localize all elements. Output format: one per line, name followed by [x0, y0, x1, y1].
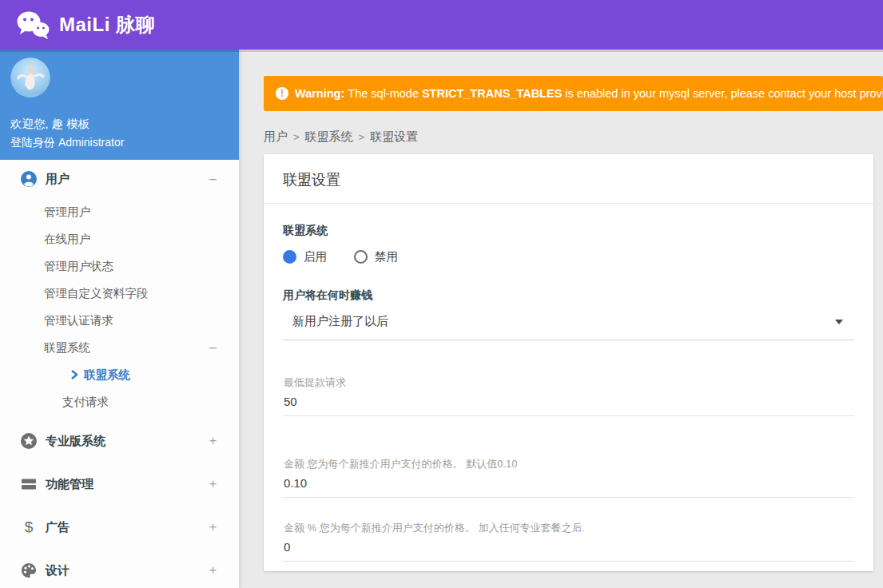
- sidebar-item-online-users[interactable]: 在线用户: [0, 225, 239, 252]
- percent-label: 金额 % 您为每个新推介用户支付的价格。 加入任何专业套餐之后.: [283, 521, 854, 535]
- profile-panel: 欢迎您, 趣 模板 登陆身份 Administrator: [0, 50, 239, 160]
- breadcrumb-item-users[interactable]: 用户: [264, 129, 288, 145]
- amount-label: 金额 您为每个新推介用户支付的价格。 默认值0.10: [283, 457, 854, 471]
- sidebar-item-custom-fields[interactable]: 管理自定义资料字段: [0, 280, 239, 307]
- sidebar-item-label: 在线用户: [44, 232, 90, 247]
- sidebar-item-users[interactable]: 用户 –: [0, 160, 239, 198]
- chevron-right-icon: [70, 370, 78, 379]
- sidebar-item-label: 管理用户: [44, 205, 90, 220]
- settings-card: 联盟设置 联盟系统 启用 禁用 用户将在何时赚钱 新用户注册了以后 最低提款请求: [264, 154, 873, 571]
- main-content: ! Warning: The sql-mode STRICT_TRANS_TAB…: [240, 50, 883, 588]
- sidebar-menu: 用户 – 管理用户 在线用户 管理用户状态 管理自定义资料字段 管理认证请求 联…: [0, 160, 239, 588]
- sidebar-item-payment-requests[interactable]: 支付请求: [0, 388, 239, 415]
- user-icon: [21, 171, 37, 187]
- warning-banner: ! Warning: The sql-mode STRICT_TRANS_TAB…: [264, 76, 883, 111]
- sidebar-item-affiliates-group[interactable]: 联盟系统 –: [0, 334, 239, 361]
- radio-label: 启用: [304, 249, 327, 264]
- warning-text: The sql-mode: [348, 87, 419, 100]
- sidebar-item-label: 功能管理: [46, 477, 93, 492]
- sidebar-item-label: 联盟系统: [44, 340, 90, 356]
- percent-group: 金额 % 您为每个新推介用户支付的价格。 加入任何专业套餐之后.: [283, 521, 854, 562]
- sidebar-item-user-status[interactable]: 管理用户状态: [0, 252, 239, 280]
- sidebar: 欢迎您, 趣 模板 登陆身份 Administrator 用户 – 管理用户 在…: [0, 50, 239, 588]
- sidebar-item-ads[interactable]: $ 广告 +: [0, 506, 239, 549]
- expand-plus-icon[interactable]: +: [209, 477, 217, 491]
- sidebar-item-label: 支付请求: [62, 395, 109, 410]
- sidebar-item-label: 专业版系统: [46, 434, 105, 449]
- radio-label: 禁用: [375, 249, 398, 264]
- role-text: 登陆身份 Administrator: [10, 136, 221, 150]
- sidebar-item-design[interactable]: 设计 +: [0, 549, 239, 588]
- sidebar-item-label: 管理认证请求: [44, 313, 113, 328]
- sidebar-item-label: 广告: [46, 520, 70, 535]
- radio-enabled[interactable]: 启用: [283, 249, 327, 264]
- exclamation-circle-icon: !: [276, 87, 288, 100]
- percent-input[interactable]: [283, 538, 854, 562]
- min-withdrawal-group: 最低提款请求: [283, 375, 854, 416]
- sidebar-item-manage-users[interactable]: 管理用户: [0, 198, 239, 225]
- sidebar-item-features[interactable]: 功能管理 +: [0, 463, 239, 506]
- dollar-icon: $: [21, 519, 37, 535]
- min-withdrawal-label: 最低提款请求: [283, 375, 854, 390]
- card-body: 联盟系统 启用 禁用 用户将在何时赚钱 新用户注册了以后 最低提款请求: [264, 204, 873, 571]
- sidebar-item-label: 用户: [46, 172, 70, 187]
- warning-label: Warning:: [295, 87, 344, 100]
- earn-when-selected-value: 新用户注册了以后: [292, 314, 388, 329]
- sidebar-item-affiliates-settings-active[interactable]: 联盟系统: [0, 361, 239, 388]
- sidebar-item-verification-requests[interactable]: 管理认证请求: [0, 307, 239, 334]
- svg-text:$: $: [25, 519, 34, 535]
- breadcrumb-separator: >: [293, 131, 300, 143]
- affiliate-system-label: 联盟系统: [283, 224, 854, 238]
- earn-when-label: 用户将在何时赚钱: [283, 288, 854, 303]
- app-logo[interactable]: MaiLi 脉聊: [16, 10, 155, 39]
- warning-text: is enabled in your mysql server, please …: [565, 87, 883, 100]
- palette-icon: [21, 562, 37, 578]
- star-icon: [21, 433, 37, 449]
- layers-icon: [21, 476, 37, 492]
- affiliate-system-radio-group: 启用 禁用: [283, 249, 854, 264]
- sidebar-item-label: 设计: [46, 563, 70, 578]
- sidebar-item-label: 管理自定义资料字段: [44, 286, 149, 301]
- card-title: 联盟设置: [264, 154, 873, 204]
- radio-selected-icon[interactable]: [283, 250, 296, 264]
- welcome-text: 欢迎您, 趣 模板: [10, 117, 221, 132]
- expand-plus-icon[interactable]: +: [209, 520, 217, 534]
- top-bar: MaiLi 脉聊: [0, 0, 883, 50]
- expand-plus-icon[interactable]: +: [209, 434, 217, 448]
- min-withdrawal-input[interactable]: [283, 393, 854, 416]
- earn-when-select[interactable]: 新用户注册了以后: [283, 314, 854, 340]
- wechat-logo-icon: [16, 10, 50, 39]
- breadcrumb-item-affiliates[interactable]: 联盟系统: [305, 129, 353, 145]
- app-title: MaiLi 脉聊: [59, 12, 155, 38]
- sidebar-item-label: 管理用户状态: [44, 259, 113, 274]
- collapse-minus-icon[interactable]: –: [209, 172, 217, 186]
- sidebar-item-label: 联盟系统: [84, 368, 130, 383]
- radio-unselected-icon[interactable]: [354, 250, 368, 264]
- chevron-down-icon: [835, 320, 843, 324]
- user-avatar[interactable]: [10, 58, 50, 97]
- collapse-minus-icon[interactable]: –: [209, 340, 217, 355]
- expand-plus-icon[interactable]: +: [209, 563, 217, 578]
- radio-disabled[interactable]: 禁用: [354, 249, 398, 264]
- breadcrumb-item-settings: 联盟设置: [370, 129, 418, 145]
- breadcrumb-separator: >: [359, 131, 365, 143]
- breadcrumb: 用户 > 联盟系统 > 联盟设置: [264, 129, 883, 145]
- amount-group: 金额 您为每个新推介用户支付的价格。 默认值0.10: [283, 457, 854, 498]
- amount-input[interactable]: [283, 475, 854, 498]
- warning-bold-term: STRICT_TRANS_TABLES: [422, 87, 562, 100]
- sidebar-item-pro-system[interactable]: 专业版系统 +: [0, 419, 239, 463]
